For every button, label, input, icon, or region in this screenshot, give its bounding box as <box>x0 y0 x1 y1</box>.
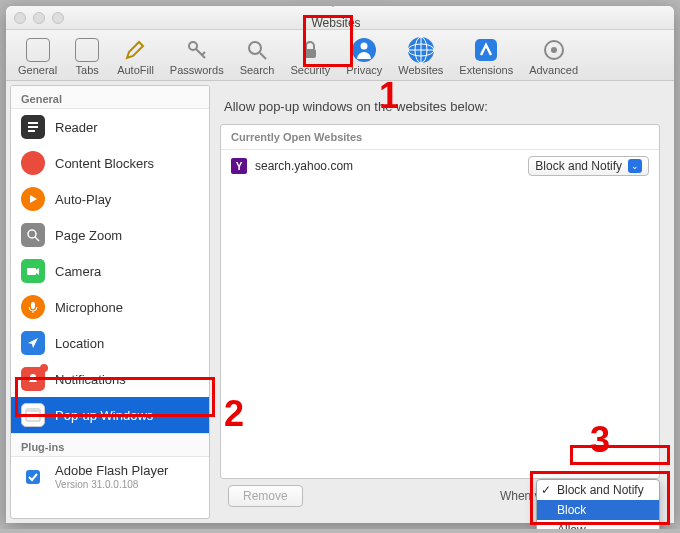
sidebar-item-camera[interactable]: Camera <box>11 253 209 289</box>
tab-search[interactable]: Search <box>234 34 281 80</box>
sidebar-item-notifications[interactable]: Notifications <box>11 361 209 397</box>
plugin-label: Adobe Flash Player <box>55 463 168 478</box>
sidebar-item-label: Page Zoom <box>55 228 122 243</box>
location-icon <box>21 331 45 355</box>
search-icon <box>243 36 271 64</box>
tab-label: Search <box>240 64 275 76</box>
sidebar-item-reader[interactable]: Reader <box>11 109 209 145</box>
preferences-window: searchtyshoo.com Websites General Tabs A… <box>6 6 674 523</box>
sidebar-item-autoplay[interactable]: Auto-Play <box>11 181 209 217</box>
dropdown-option-allow[interactable]: Allow <box>537 520 659 529</box>
tab-general[interactable]: General <box>12 34 63 80</box>
camera-icon <box>21 259 45 283</box>
tab-label: Tabs <box>76 64 99 76</box>
tab-label: Websites <box>398 64 443 76</box>
tab-privacy[interactable]: Privacy <box>340 34 388 80</box>
tab-passwords[interactable]: Passwords <box>164 34 230 80</box>
pencil-icon <box>121 36 149 64</box>
plugin-version: Version 31.0.0.108 <box>55 479 168 490</box>
remove-button[interactable]: Remove <box>228 485 303 507</box>
content-area: General Reader Content Blockers Auto-Pla… <box>6 81 674 523</box>
sidebar-item-label: Auto-Play <box>55 192 111 207</box>
svg-marker-17 <box>30 195 37 203</box>
checkbox-checked-icon[interactable] <box>21 465 45 489</box>
svg-marker-21 <box>36 268 39 275</box>
site-url-text: search.yahoo.com <box>255 159 520 173</box>
tab-advanced[interactable]: Advanced <box>523 34 584 80</box>
tab-websites[interactable]: Websites <box>392 34 449 80</box>
svg-point-4 <box>361 43 368 50</box>
tab-label: AutoFill <box>117 64 154 76</box>
bell-icon <box>21 367 45 391</box>
tab-security[interactable]: Security <box>284 34 336 80</box>
traffic-lights <box>14 12 64 24</box>
svg-rect-14 <box>28 126 38 128</box>
site-policy-select[interactable]: Block and Notify ⌄ <box>528 156 649 176</box>
key-icon <box>183 36 211 64</box>
tab-autofill[interactable]: AutoFill <box>111 34 160 80</box>
default-policy-dropdown[interactable]: ✓ Block and Notify Block Allow <box>536 479 660 529</box>
reader-icon <box>21 115 45 139</box>
sidebar-item-label: Content Blockers <box>55 156 154 171</box>
tab-label: Security <box>290 64 330 76</box>
svg-point-18 <box>28 230 36 238</box>
dropdown-option-label: Block and Notify <box>557 483 644 497</box>
sidebar-item-microphone[interactable]: Microphone <box>11 289 209 325</box>
sidebar-item-label: Notifications <box>55 372 126 387</box>
zoom-window-button[interactable] <box>52 12 64 24</box>
sidebar: General Reader Content Blockers Auto-Pla… <box>10 85 210 519</box>
sidebar-header-general: General <box>11 86 209 109</box>
gear-icon <box>540 36 568 64</box>
svg-point-12 <box>551 47 557 53</box>
globe-icon <box>407 36 435 64</box>
dropdown-option-label: Allow <box>557 523 586 529</box>
favicon-icon: Y <box>231 158 247 174</box>
tab-tabs[interactable]: Tabs <box>67 34 107 80</box>
tab-extensions[interactable]: Extensions <box>453 34 519 80</box>
tab-label: Extensions <box>459 64 513 76</box>
zoom-icon <box>21 223 45 247</box>
sidebar-item-popup-windows[interactable]: Pop-up Windows <box>11 397 209 433</box>
sidebar-item-location[interactable]: Location <box>11 325 209 361</box>
window-icon <box>21 403 45 427</box>
toolbar: General Tabs AutoFill Passwords Search <box>6 30 674 81</box>
dropdown-option-block[interactable]: Block <box>537 500 659 520</box>
tab-label: General <box>18 64 57 76</box>
titlebar: searchtyshoo.com Websites <box>6 6 674 30</box>
tab-label: Passwords <box>170 64 224 76</box>
sidebar-item-label: Microphone <box>55 300 123 315</box>
sidebar-item-label: Camera <box>55 264 101 279</box>
svg-rect-26 <box>26 470 40 484</box>
svg-rect-25 <box>26 409 40 412</box>
privacy-icon <box>350 36 378 64</box>
svg-rect-13 <box>28 122 38 124</box>
main-panel: Allow pop-up windows on the websites bel… <box>214 81 674 523</box>
dropdown-option-label: Block <box>557 503 586 517</box>
sidebar-item-flash[interactable]: Adobe Flash Player Version 31.0.0.108 <box>11 457 209 496</box>
tabs-icon <box>73 36 101 64</box>
svg-rect-15 <box>28 130 35 132</box>
svg-rect-22 <box>31 302 35 309</box>
microphone-icon <box>21 295 45 319</box>
svg-marker-23 <box>28 338 38 348</box>
main-header: Allow pop-up windows on the websites bel… <box>220 91 660 124</box>
websites-panel: Currently Open Websites Y search.yahoo.c… <box>220 124 660 479</box>
minimize-window-button[interactable] <box>33 12 45 24</box>
window-subtitle: searchtyshoo.com <box>295 0 384 7</box>
badge-dot-icon <box>40 364 48 372</box>
footer-row: Remove When visiting other websites ✓ Bl… <box>220 479 660 513</box>
sidebar-item-content-blockers[interactable]: Content Blockers <box>11 145 209 181</box>
sidebar-item-page-zoom[interactable]: Page Zoom <box>11 217 209 253</box>
site-policy-value: Block and Notify <box>535 159 622 173</box>
stop-icon <box>21 151 45 175</box>
tab-label: Advanced <box>529 64 578 76</box>
gear-box-icon <box>24 36 52 64</box>
site-row[interactable]: Y search.yahoo.com Block and Notify ⌄ <box>221 150 659 182</box>
plugin-text: Adobe Flash Player Version 31.0.0.108 <box>55 463 168 490</box>
svg-point-0 <box>189 42 197 50</box>
tab-label: Privacy <box>346 64 382 76</box>
close-window-button[interactable] <box>14 12 26 24</box>
chevron-updown-icon: ⌄ <box>628 159 642 173</box>
dropdown-option-block-and-notify[interactable]: ✓ Block and Notify <box>537 480 659 500</box>
sidebar-item-label: Pop-up Windows <box>55 408 153 423</box>
